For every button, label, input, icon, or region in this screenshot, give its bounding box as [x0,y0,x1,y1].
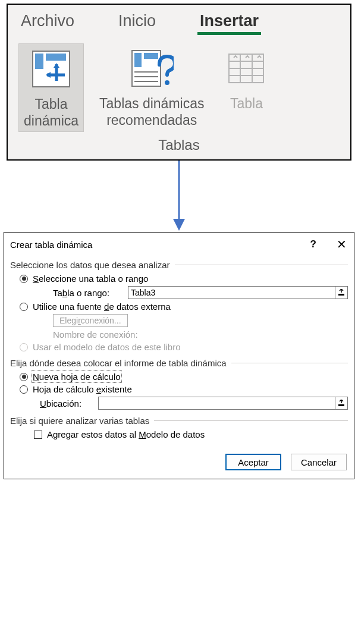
range-input[interactable]: Tabla3 [128,286,335,299]
arrow-down-icon [167,161,191,232]
table-label: Tabla [230,96,263,112]
option-new-sheet-label: Nueva hoja de cálculo [33,372,121,382]
range-picker-button[interactable] [335,286,348,299]
radio-new-sheet[interactable] [20,373,28,381]
checkbox-add-to-model-label: Agregar estos datos al Modelo de datos [47,429,205,439]
option-new-sheet[interactable]: Nueva hoja de cálculo [20,372,348,382]
recommended-pivot-label: Tablas dinámicas recomendadas [99,96,204,128]
option-existing-sheet[interactable]: Hoja de cálculo existente [20,384,348,394]
label-range: Tabla o rango: [53,288,123,298]
table-icon [224,47,268,90]
checkbox-add-to-model[interactable] [34,431,42,439]
pivot-table-label: Tabla dinámica [24,96,78,129]
svg-rect-2 [46,54,66,61]
pivot-table-button[interactable]: Tabla dinámica [18,43,84,132]
create-pivot-dialog: Crear tabla dinámica ? ✕ Seleccione los … [4,232,354,479]
dialog-titlebar: Crear tabla dinámica ? ✕ [4,233,354,257]
flow-arrow [167,161,191,232]
svg-rect-19 [338,404,344,406]
option-external-source-label: Utilice una fuente de datos externa [33,301,171,312]
dialog-footer: Aceptar Cancelar [4,445,354,479]
svg-point-9 [165,80,169,85]
connection-name-label: Nombre de conexión: [53,329,348,340]
svg-rect-4 [134,53,142,67]
option-select-range-label: Seleccione una tabla o rango [33,274,148,284]
option-select-range[interactable]: Seleccione una tabla o rango [20,274,348,284]
range-input-value: Tabla3 [131,288,155,297]
ok-button[interactable]: Aceptar [225,454,281,470]
dialog-title: Crear tabla dinámica [10,240,310,250]
option-use-data-model: Usar el modelo de datos de este libro [20,342,348,352]
label-location: Ubicación: [40,398,93,409]
recommended-pivot-icon [130,47,174,90]
location-picker-button[interactable] [335,397,348,410]
section-select-data: Seleccione los datos que desea analizar [10,260,348,270]
table-button[interactable]: Tabla [219,43,273,115]
option-use-data-model-label: Usar el modelo de datos de este libro [33,342,180,352]
ribbon: Archivo Inicio Insertar Tabla dinámica [7,4,351,161]
location-input[interactable] [98,397,335,410]
recommended-pivot-button[interactable]: Tablas dinámicas recomendadas [95,43,209,131]
tab-insert[interactable]: Insertar [197,10,261,36]
ribbon-tabs: Archivo Inicio Insertar [8,5,350,36]
svg-marker-17 [173,219,185,231]
ribbon-group-tables: Tabla dinámica Tablas dinámicas recomend… [8,36,350,136]
tab-home[interactable]: Inicio [116,10,158,36]
pivot-table-icon [29,48,73,90]
radio-select-range[interactable] [20,275,28,283]
svg-rect-1 [35,54,43,69]
checkbox-add-to-model-row[interactable]: Agregar estos datos al Modelo de datos [34,429,348,439]
collapse-dialog-icon [338,289,345,296]
help-button[interactable]: ? [310,238,316,250]
radio-external-source[interactable] [20,303,28,311]
close-button[interactable]: ✕ [337,237,347,252]
radio-use-data-model [20,343,28,351]
ribbon-group-label: Tablas [8,136,350,159]
option-existing-sheet-label: Hoja de cálculo existente [33,384,132,394]
option-external-source[interactable]: Utilice una fuente de datos externa [20,301,348,312]
svg-rect-5 [144,53,158,59]
cancel-button[interactable]: Cancelar [291,454,347,470]
radio-existing-sheet[interactable] [20,385,28,394]
collapse-dialog-icon [338,400,345,407]
section-multiple-tables: Elija si quiere analizar varias tablas [10,416,348,426]
choose-connection-button[interactable]: Elegir conexión... [53,314,128,327]
section-placement: Elija dónde desea colocar el informe de … [10,358,348,368]
svg-rect-18 [338,294,344,296]
tab-file[interactable]: Archivo [18,10,77,36]
